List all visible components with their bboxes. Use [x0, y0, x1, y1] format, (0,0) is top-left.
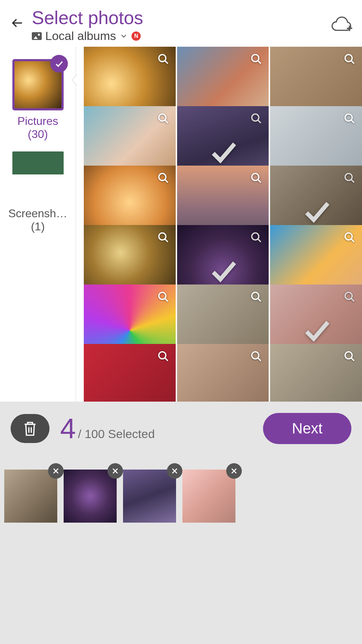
- svg-point-11: [345, 233, 352, 240]
- album-item[interactable]: Pictures (30): [6, 59, 70, 141]
- main-content: Pictures (30) Screensh… (1): [0, 46, 362, 402]
- photo-cell[interactable]: [270, 344, 362, 402]
- magnifier-icon: [250, 113, 262, 125]
- zoom-button[interactable]: [344, 350, 356, 362]
- selected-number: 4: [60, 412, 76, 445]
- cloud-plus-icon: [330, 16, 355, 34]
- zoom-button[interactable]: [157, 113, 169, 125]
- check-icon: [302, 316, 330, 345]
- next-button[interactable]: Next: [263, 413, 351, 444]
- magnifier-icon: [344, 53, 356, 65]
- magnifier-icon: [157, 172, 169, 184]
- photo-selected-indicator: [209, 257, 237, 285]
- remove-selected-button[interactable]: [48, 463, 64, 479]
- magnifier-icon: [344, 172, 356, 184]
- source-label: Local albums: [45, 29, 116, 43]
- magnifier-icon: [157, 350, 169, 362]
- selection-count: 4 / 100 Selected: [60, 412, 252, 445]
- svg-point-6: [159, 173, 166, 180]
- svg-point-1: [252, 54, 259, 62]
- remove-selected-button[interactable]: [107, 463, 123, 479]
- zoom-button[interactable]: [250, 53, 262, 65]
- photo-grid: [76, 47, 362, 402]
- zoom-button[interactable]: [344, 53, 356, 65]
- check-icon: [209, 257, 237, 285]
- zoom-button[interactable]: [157, 350, 169, 362]
- selected-photo-thumbnail: [4, 470, 57, 523]
- svg-point-4: [252, 114, 259, 121]
- magnifier-icon: [157, 291, 169, 303]
- album-count: (1): [31, 220, 45, 233]
- svg-point-16: [252, 352, 259, 359]
- title-block: Select photos Local albums N: [32, 7, 330, 43]
- svg-point-10: [252, 233, 259, 240]
- svg-point-3: [159, 114, 166, 121]
- album-thumbnail: [12, 59, 64, 110]
- selected-photo-item[interactable]: [123, 470, 176, 523]
- svg-point-0: [159, 54, 166, 62]
- zoom-button[interactable]: [250, 113, 262, 125]
- photo-cell[interactable]: [84, 344, 176, 402]
- zoom-button[interactable]: [157, 291, 169, 303]
- album-name: Pictures: [17, 115, 58, 128]
- zoom-button[interactable]: [250, 231, 262, 243]
- back-arrow-icon: [10, 16, 25, 30]
- svg-point-12: [159, 292, 166, 299]
- chevron-down-icon: [119, 32, 128, 40]
- zoom-button[interactable]: [157, 231, 169, 243]
- zoom-button[interactable]: [344, 172, 356, 184]
- album-thumbnail: [12, 151, 64, 203]
- album-sidebar: Pictures (30) Screensh… (1): [0, 47, 76, 402]
- clear-selection-button[interactable]: [11, 414, 49, 443]
- album-item[interactable]: Screensh… (1): [6, 151, 70, 233]
- magnifier-icon: [344, 113, 356, 125]
- header: Select photos Local albums N: [0, 0, 362, 46]
- selected-photo-item[interactable]: [64, 470, 117, 523]
- check-icon: [302, 197, 330, 226]
- svg-point-14: [345, 292, 352, 299]
- photo-selected-indicator: [209, 138, 237, 166]
- zoom-button[interactable]: [250, 350, 262, 362]
- trash-icon: [23, 420, 37, 437]
- zoom-button[interactable]: [157, 53, 169, 65]
- selected-photo-thumbnail: [64, 470, 117, 523]
- album-selected-badge: [50, 55, 68, 73]
- magnifier-icon: [250, 231, 262, 243]
- zoom-button[interactable]: [250, 172, 262, 184]
- remove-selected-button[interactable]: [226, 463, 242, 479]
- svg-point-15: [159, 352, 166, 359]
- selected-suffix: / 100 Selected: [78, 427, 155, 441]
- selected-photo-thumbnail: [182, 470, 235, 523]
- photo-cell[interactable]: [177, 344, 269, 402]
- magnifier-icon: [250, 172, 262, 184]
- svg-point-2: [345, 54, 352, 62]
- cloud-add-button[interactable]: [330, 14, 355, 35]
- svg-point-5: [345, 114, 352, 121]
- check-icon: [209, 138, 237, 166]
- svg-point-9: [159, 233, 166, 240]
- selected-photo-item[interactable]: [4, 470, 57, 523]
- svg-point-8: [345, 173, 352, 180]
- notification-badge: N: [132, 31, 141, 41]
- selected-photo-item[interactable]: [182, 470, 235, 523]
- zoom-button[interactable]: [344, 291, 356, 303]
- zoom-button[interactable]: [157, 172, 169, 184]
- magnifier-icon: [250, 53, 262, 65]
- picture-icon: [32, 32, 42, 40]
- photo-selected-indicator: [302, 197, 330, 226]
- remove-selected-button[interactable]: [167, 463, 182, 479]
- page-title: Select photos: [32, 7, 330, 28]
- zoom-button[interactable]: [250, 291, 262, 303]
- selected-photo-thumbnail: [123, 470, 176, 523]
- close-icon: [111, 467, 119, 475]
- zoom-button[interactable]: [344, 113, 356, 125]
- album-source-selector[interactable]: Local albums N: [32, 29, 330, 43]
- selected-photos-strip: [0, 452, 362, 527]
- close-icon: [230, 467, 238, 475]
- zoom-button[interactable]: [344, 231, 356, 243]
- close-icon: [171, 467, 179, 475]
- svg-point-7: [252, 173, 259, 180]
- check-icon: [54, 59, 64, 69]
- selected-album-pointer: [71, 74, 77, 86]
- back-button[interactable]: [7, 12, 28, 34]
